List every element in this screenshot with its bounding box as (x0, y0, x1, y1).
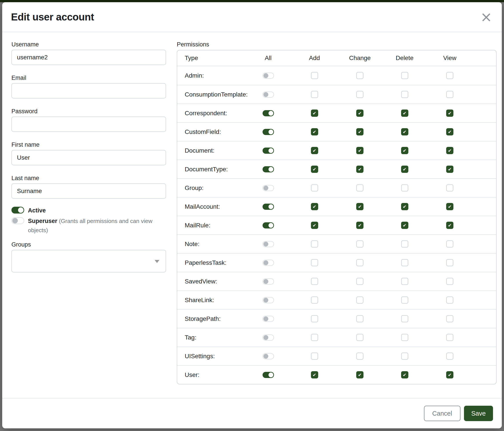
permission-view-checkbox[interactable] (446, 334, 453, 341)
toggle-knob (263, 73, 268, 78)
permission-delete-checkbox[interactable]: ✔ (401, 128, 408, 135)
permission-add-checkbox[interactable] (311, 334, 318, 341)
permission-all-toggle[interactable] (262, 297, 274, 303)
permission-view-checkbox[interactable] (446, 240, 453, 248)
permission-change-checkbox[interactable]: ✔ (356, 222, 363, 229)
permission-delete-checkbox[interactable] (401, 278, 408, 285)
permission-delete-checkbox[interactable] (401, 296, 408, 304)
permission-all-toggle[interactable] (262, 222, 274, 228)
permission-delete-checkbox[interactable] (401, 184, 408, 191)
close-icon[interactable]: × (477, 10, 495, 24)
permission-add-checkbox[interactable] (311, 91, 318, 98)
permission-add-checkbox[interactable]: ✔ (311, 109, 318, 117)
permission-all-toggle[interactable] (262, 316, 274, 322)
first-name-field[interactable] (11, 150, 166, 165)
permission-change-checkbox[interactable] (356, 184, 363, 191)
username-input[interactable] (11, 50, 166, 65)
permissions-table: Type All Add Change Delete View Admin:Co… (177, 50, 496, 384)
permission-add-checkbox[interactable]: ✔ (311, 203, 318, 210)
permission-all-toggle[interactable] (262, 166, 274, 172)
permission-view-checkbox[interactable] (446, 184, 453, 191)
email-field[interactable] (11, 83, 166, 99)
permission-delete-checkbox[interactable]: ✔ (401, 371, 408, 378)
permission-add-checkbox[interactable] (311, 352, 318, 360)
permission-all-toggle[interactable] (262, 110, 274, 116)
permission-change-checkbox[interactable]: ✔ (356, 109, 363, 117)
permission-delete-checkbox[interactable] (401, 91, 408, 98)
permission-add-checkbox[interactable]: ✔ (311, 371, 318, 378)
permission-add-checkbox[interactable] (311, 240, 318, 248)
permission-add-checkbox[interactable] (311, 296, 318, 304)
permission-change-checkbox[interactable]: ✔ (356, 371, 363, 378)
permission-all-toggle[interactable] (262, 260, 274, 266)
permission-view-checkbox[interactable] (446, 315, 453, 322)
permission-delete-checkbox[interactable] (401, 259, 408, 266)
permission-delete-checkbox[interactable] (401, 315, 408, 322)
permission-all-toggle[interactable] (262, 334, 274, 341)
permission-change-checkbox[interactable] (356, 240, 363, 248)
permission-all-toggle[interactable] (262, 372, 274, 378)
permission-change-checkbox[interactable] (356, 352, 363, 360)
permission-add-checkbox[interactable]: ✔ (311, 222, 318, 229)
permission-delete-checkbox[interactable] (401, 334, 408, 341)
permission-change-checkbox[interactable]: ✔ (356, 166, 363, 173)
permission-all-toggle[interactable] (262, 204, 274, 210)
permission-view-checkbox[interactable]: ✔ (446, 371, 453, 378)
superuser-toggle[interactable] (11, 217, 24, 224)
permission-add-checkbox[interactable] (311, 259, 318, 266)
permission-delete-checkbox[interactable] (401, 72, 408, 79)
permission-all-toggle[interactable] (262, 278, 274, 285)
permission-change-checkbox[interactable] (356, 91, 363, 98)
permission-all-toggle[interactable] (262, 353, 274, 359)
permission-view-checkbox[interactable]: ✔ (446, 109, 453, 117)
permission-add-checkbox[interactable]: ✔ (311, 166, 318, 173)
permission-change-checkbox[interactable] (356, 334, 363, 341)
last-name-field[interactable] (11, 183, 166, 199)
permission-view-checkbox[interactable] (446, 91, 453, 98)
permission-all-toggle[interactable] (262, 91, 274, 98)
permission-change-checkbox[interactable]: ✔ (356, 147, 363, 154)
cancel-button[interactable]: Cancel (424, 406, 460, 421)
permission-view-checkbox[interactable]: ✔ (446, 166, 453, 173)
permission-change-checkbox[interactable] (356, 259, 363, 266)
permission-all-toggle[interactable] (262, 72, 274, 79)
permission-change-checkbox[interactable] (356, 278, 363, 285)
permission-delete-checkbox[interactable]: ✔ (401, 147, 408, 154)
permission-delete-checkbox[interactable] (401, 240, 408, 248)
permission-all-toggle[interactable] (262, 129, 274, 135)
permission-view-checkbox[interactable]: ✔ (446, 147, 453, 154)
permission-delete-checkbox[interactable]: ✔ (401, 166, 408, 173)
permission-change-checkbox[interactable] (356, 315, 363, 322)
permission-row: CustomField:✔✔✔✔ (177, 122, 496, 141)
permission-all-toggle[interactable] (262, 148, 274, 154)
permission-view-checkbox[interactable] (446, 259, 453, 266)
permission-delete-checkbox[interactable]: ✔ (401, 203, 408, 210)
permission-delete-checkbox[interactable]: ✔ (401, 222, 408, 229)
permission-delete-checkbox[interactable] (401, 352, 408, 360)
permission-add-checkbox[interactable]: ✔ (311, 128, 318, 135)
permission-change-checkbox[interactable] (356, 72, 363, 79)
permission-change-checkbox[interactable]: ✔ (356, 203, 363, 210)
permission-view-checkbox[interactable] (446, 352, 453, 360)
permission-add-checkbox[interactable] (311, 184, 318, 191)
permission-view-checkbox[interactable]: ✔ (446, 222, 453, 229)
permission-delete-checkbox[interactable]: ✔ (401, 109, 408, 117)
permission-all-toggle[interactable] (262, 241, 274, 247)
permission-change-checkbox[interactable] (356, 296, 363, 304)
permission-add-checkbox[interactable] (311, 278, 318, 285)
permission-view-checkbox[interactable]: ✔ (446, 128, 453, 135)
active-toggle[interactable] (11, 207, 24, 214)
permission-add-checkbox[interactable]: ✔ (311, 147, 318, 154)
permission-all-toggle[interactable] (262, 185, 274, 191)
permission-add-checkbox[interactable] (311, 315, 318, 322)
groups-select[interactable] (11, 250, 166, 272)
permission-view-checkbox[interactable]: ✔ (446, 203, 453, 210)
permission-view-checkbox[interactable] (446, 72, 453, 79)
password-field[interactable] (11, 117, 166, 132)
permission-row: UISettings: (177, 347, 496, 365)
permission-add-checkbox[interactable] (311, 72, 318, 79)
permission-change-checkbox[interactable]: ✔ (356, 128, 363, 135)
permission-view-checkbox[interactable] (446, 278, 453, 285)
permission-view-checkbox[interactable] (446, 296, 453, 304)
save-button[interactable]: Save (464, 406, 493, 421)
